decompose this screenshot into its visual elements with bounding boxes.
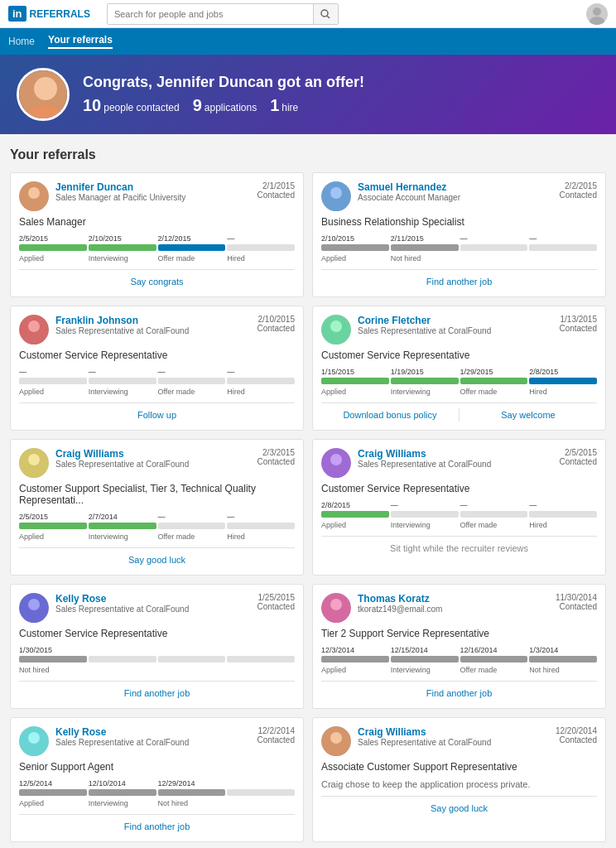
referral-status: Contacted [257,735,295,744]
card-actions: Follow up [19,402,295,422]
card-actions: Find another job [19,681,295,700]
card-actions: Say good luck [19,547,295,566]
card-action[interactable]: Follow up [19,408,295,422]
person-info: Craig Williams Sales Representative at C… [358,726,491,747]
card-action[interactable]: Find another job [321,275,597,288]
svg-point-8 [28,187,40,199]
person-name[interactable]: Thomas Koratz [358,593,442,605]
card-header: Thomas Koratz tkoratz149@email.com 11/30… [321,593,597,623]
progress-container: 2/5/20152/10/20152/12/2015— AppliedInter… [19,234,295,263]
card-person: Corine Fletcher Sales Representative at … [321,315,491,344]
svg-point-2 [593,7,601,16]
referral-status: Contacted [257,602,295,611]
card-action[interactable]: Sit tight while the recruiter reviews [321,542,597,555]
person-title: Sales Representative at CoralFound [55,326,189,335]
referral-status: Contacted [559,457,597,466]
person-name[interactable]: Jennifer Duncan [55,181,185,193]
person-name[interactable]: Craig Williams [358,448,491,460]
referral-card: Craig Williams Sales Representative at C… [312,717,606,842]
card-header: Craig Williams Sales Representative at C… [321,726,597,756]
person-title: Sales Representative at CoralFound [358,460,491,469]
search-button[interactable] [313,4,338,24]
card-header: Samuel Hernandez Associate Account Manag… [321,181,597,211]
card-actions: Say good luck [321,796,597,815]
person-avatar [321,448,351,478]
person-name[interactable]: Kelly Rose [55,593,189,605]
referral-status: Contacted [257,324,295,333]
card-meta: 2/2/2015 Contacted [559,181,597,200]
referral-date: 2/2/2015 [559,181,597,190]
referrals-grid: Jennifer Duncan Sales Manager at Pacific… [10,172,606,842]
referral-date: 11/30/2014 [556,593,597,602]
svg-point-29 [330,599,342,610]
person-avatar [19,593,49,623]
person-title: tkoratz149@email.com [358,605,442,614]
card-meta: 11/30/2014 Contacted [556,593,597,611]
referrals-brand: REFERRALS [30,8,90,20]
job-title: Customer Service Representative [321,483,597,494]
svg-point-17 [330,320,342,332]
search-input[interactable] [108,4,313,24]
referral-date: 12/2/2014 [257,726,295,735]
card-action[interactable]: Say good luck [321,802,597,815]
referral-status: Contacted [257,457,295,466]
card-meta: 12/2/2014 Contacted [257,726,295,744]
card-action[interactable]: Find another job [321,687,597,700]
person-name[interactable]: Franklin Johnson [55,315,189,326]
card-person: Craig Williams Sales Representative at C… [19,448,189,478]
person-info: Kelly Rose Sales Representative at Coral… [55,593,189,614]
card-action[interactable]: Download bonus policy [321,408,460,422]
person-title: Sales Representative at CoralFound [55,738,189,747]
referral-card: Franklin Johnson Sales Representative at… [10,306,304,431]
referral-card: Craig Williams Sales Representative at C… [312,439,606,576]
card-header: Craig Williams Sales Representative at C… [19,448,295,478]
nav-home[interactable]: Home [8,36,35,47]
svg-point-20 [28,454,40,465]
person-title: Sales Representative at CoralFound [55,460,189,469]
card-meta: 12/20/2014 Contacted [556,726,597,744]
referral-card: Jennifer Duncan Sales Manager at Pacific… [10,172,304,297]
card-meta: 2/3/2015 Contacted [257,448,295,466]
card-action[interactable]: Say welcome [460,408,597,422]
search-bar [107,3,339,25]
card-header: Corine Fletcher Sales Representative at … [321,315,597,344]
card-person: Kelly Rose Sales Representative at Coral… [19,726,189,756]
card-action[interactable]: Find another job [19,687,295,700]
svg-point-5 [34,77,57,100]
card-actions: Find another job [19,814,295,833]
person-name[interactable]: Kelly Rose [55,726,189,738]
card-person: Jennifer Duncan Sales Manager at Pacific… [19,181,185,211]
svg-point-14 [28,320,40,332]
referral-card: Samuel Hernandez Associate Account Manag… [312,172,606,297]
person-avatar [19,181,49,211]
card-person: Craig Williams Sales Representative at C… [321,448,491,478]
job-title: Business Relationship Specialist [321,216,597,228]
card-person: Kelly Rose Sales Representative at Coral… [19,593,189,623]
card-action[interactable]: Find another job [19,820,295,833]
person-name[interactable]: Craig Williams [358,726,491,738]
referral-date: 2/10/2015 [257,315,295,324]
person-name[interactable]: Corine Fletcher [358,315,491,326]
job-title: Customer Service Representative [19,628,295,639]
person-info: Craig Williams Sales Representative at C… [55,448,189,469]
person-name[interactable]: Craig Williams [55,448,189,460]
progress-container: 2/5/20152/7/2014—— AppliedInterviewingOf… [19,513,295,541]
person-info: Samuel Hernandez Associate Account Manag… [358,181,460,202]
job-title: Associate Customer Support Representativ… [321,761,597,773]
svg-point-11 [330,187,342,199]
card-action[interactable]: Say good luck [19,553,295,566]
card-action[interactable]: Say congrats [19,275,295,288]
person-name[interactable]: Samuel Hernandez [358,181,460,193]
referral-card: Corine Fletcher Sales Representative at … [312,306,606,431]
referral-card: Craig Williams Sales Representative at C… [10,439,304,576]
svg-line-1 [327,16,330,18]
section-title: Your referrals [10,147,606,162]
user-avatar-header[interactable] [586,3,608,25]
referral-card: Kelly Rose Sales Representative at Coral… [10,717,304,842]
person-title: Sales Representative at CoralFound [358,738,491,747]
nav-your-referrals[interactable]: Your referrals [48,34,113,49]
progress-container: 1/30/2015 Not hired [19,646,295,674]
referral-status: Contacted [559,602,597,611]
card-header: Kelly Rose Sales Representative at Coral… [19,726,295,756]
card-header: Kelly Rose Sales Representative at Coral… [19,593,295,623]
